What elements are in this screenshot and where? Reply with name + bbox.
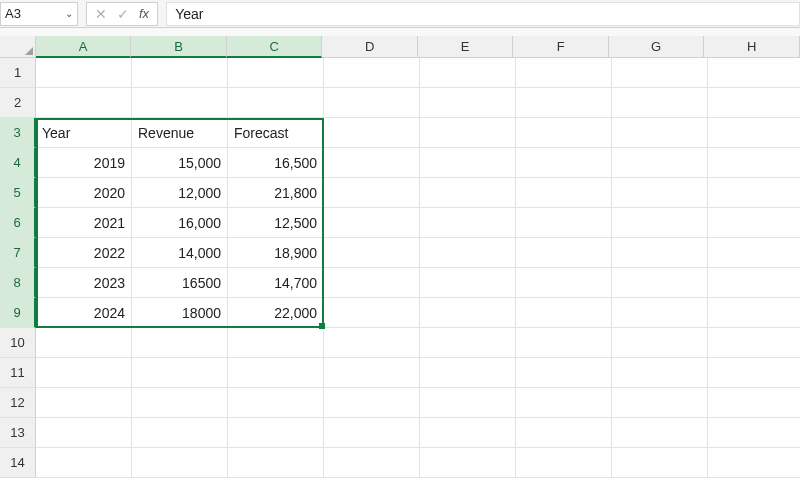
- cell-B4[interactable]: 15,000: [132, 148, 228, 178]
- cell-H12[interactable]: [708, 388, 800, 418]
- cell-F2[interactable]: [516, 88, 612, 118]
- cell-A1[interactable]: [36, 58, 132, 88]
- cell-F7[interactable]: [516, 238, 612, 268]
- row-header-13[interactable]: 13: [0, 418, 36, 448]
- cell-G7[interactable]: [612, 238, 708, 268]
- cell-G6[interactable]: [612, 208, 708, 238]
- cell-A5[interactable]: 2020: [36, 178, 132, 208]
- cell-E2[interactable]: [420, 88, 516, 118]
- cell-C11[interactable]: [228, 358, 324, 388]
- cell-C2[interactable]: [228, 88, 324, 118]
- cell-D11[interactable]: [324, 358, 420, 388]
- cell-C12[interactable]: [228, 388, 324, 418]
- cell-D10[interactable]: [324, 328, 420, 358]
- col-header-D[interactable]: D: [322, 36, 418, 58]
- row-header-12[interactable]: 12: [0, 388, 36, 418]
- row-header-6[interactable]: 6: [0, 208, 36, 238]
- cell-G4[interactable]: [612, 148, 708, 178]
- cell-H9[interactable]: [708, 298, 800, 328]
- cell-D3[interactable]: [324, 118, 420, 148]
- cell-H1[interactable]: [708, 58, 800, 88]
- cell-C1[interactable]: [228, 58, 324, 88]
- cell-D9[interactable]: [324, 298, 420, 328]
- cell-A7[interactable]: 2022: [36, 238, 132, 268]
- cell-B13[interactable]: [132, 418, 228, 448]
- cell-A14[interactable]: [36, 448, 132, 478]
- fx-icon[interactable]: fx: [139, 6, 149, 21]
- col-header-E[interactable]: E: [418, 36, 514, 58]
- row-header-11[interactable]: 11: [0, 358, 36, 388]
- cell-H14[interactable]: [708, 448, 800, 478]
- cell-D13[interactable]: [324, 418, 420, 448]
- cell-A2[interactable]: [36, 88, 132, 118]
- cell-G2[interactable]: [612, 88, 708, 118]
- cell-G5[interactable]: [612, 178, 708, 208]
- cell-B11[interactable]: [132, 358, 228, 388]
- cell-E4[interactable]: [420, 148, 516, 178]
- row-header-10[interactable]: 10: [0, 328, 36, 358]
- cell-H7[interactable]: [708, 238, 800, 268]
- cell-A13[interactable]: [36, 418, 132, 448]
- cell-F11[interactable]: [516, 358, 612, 388]
- cell-F9[interactable]: [516, 298, 612, 328]
- cell-E13[interactable]: [420, 418, 516, 448]
- row-header-14[interactable]: 14: [0, 448, 36, 478]
- cell-C14[interactable]: [228, 448, 324, 478]
- cell-E3[interactable]: [420, 118, 516, 148]
- cell-B2[interactable]: [132, 88, 228, 118]
- cell-C6[interactable]: 12,500: [228, 208, 324, 238]
- cell-D6[interactable]: [324, 208, 420, 238]
- cell-B5[interactable]: 12,000: [132, 178, 228, 208]
- cell-B6[interactable]: 16,000: [132, 208, 228, 238]
- cell-H10[interactable]: [708, 328, 800, 358]
- cell-F12[interactable]: [516, 388, 612, 418]
- cell-G9[interactable]: [612, 298, 708, 328]
- cell-E9[interactable]: [420, 298, 516, 328]
- cell-H6[interactable]: [708, 208, 800, 238]
- cell-G1[interactable]: [612, 58, 708, 88]
- row-header-5[interactable]: 5: [0, 178, 36, 208]
- cell-C7[interactable]: 18,900: [228, 238, 324, 268]
- cell-C4[interactable]: 16,500: [228, 148, 324, 178]
- row-header-4[interactable]: 4: [0, 148, 36, 178]
- row-header-9[interactable]: 9: [0, 298, 36, 328]
- cell-E8[interactable]: [420, 268, 516, 298]
- cell-B9[interactable]: 18000: [132, 298, 228, 328]
- cell-A3[interactable]: Year: [36, 118, 132, 148]
- cell-A8[interactable]: 2023: [36, 268, 132, 298]
- col-header-B[interactable]: B: [131, 36, 227, 58]
- cell-D5[interactable]: [324, 178, 420, 208]
- cell-F8[interactable]: [516, 268, 612, 298]
- cell-F3[interactable]: [516, 118, 612, 148]
- cell-E1[interactable]: [420, 58, 516, 88]
- cell-B3[interactable]: Revenue: [132, 118, 228, 148]
- col-header-H[interactable]: H: [704, 36, 800, 58]
- cell-F10[interactable]: [516, 328, 612, 358]
- cell-F5[interactable]: [516, 178, 612, 208]
- name-box[interactable]: A3 ⌄: [0, 2, 78, 26]
- cell-G3[interactable]: [612, 118, 708, 148]
- cell-G12[interactable]: [612, 388, 708, 418]
- cell-A10[interactable]: [36, 328, 132, 358]
- cell-B10[interactable]: [132, 328, 228, 358]
- cell-F4[interactable]: [516, 148, 612, 178]
- cell-B14[interactable]: [132, 448, 228, 478]
- col-header-F[interactable]: F: [513, 36, 609, 58]
- cell-A4[interactable]: 2019: [36, 148, 132, 178]
- cell-E6[interactable]: [420, 208, 516, 238]
- cell-C5[interactable]: 21,800: [228, 178, 324, 208]
- cell-D4[interactable]: [324, 148, 420, 178]
- cell-H2[interactable]: [708, 88, 800, 118]
- col-header-A[interactable]: A: [36, 36, 132, 58]
- cell-F13[interactable]: [516, 418, 612, 448]
- cell-E10[interactable]: [420, 328, 516, 358]
- cell-A9[interactable]: 2024: [36, 298, 132, 328]
- cell-D12[interactable]: [324, 388, 420, 418]
- cell-A6[interactable]: 2021: [36, 208, 132, 238]
- cell-H4[interactable]: [708, 148, 800, 178]
- cell-C8[interactable]: 14,700: [228, 268, 324, 298]
- cell-F6[interactable]: [516, 208, 612, 238]
- cell-G8[interactable]: [612, 268, 708, 298]
- cell-H13[interactable]: [708, 418, 800, 448]
- cell-D8[interactable]: [324, 268, 420, 298]
